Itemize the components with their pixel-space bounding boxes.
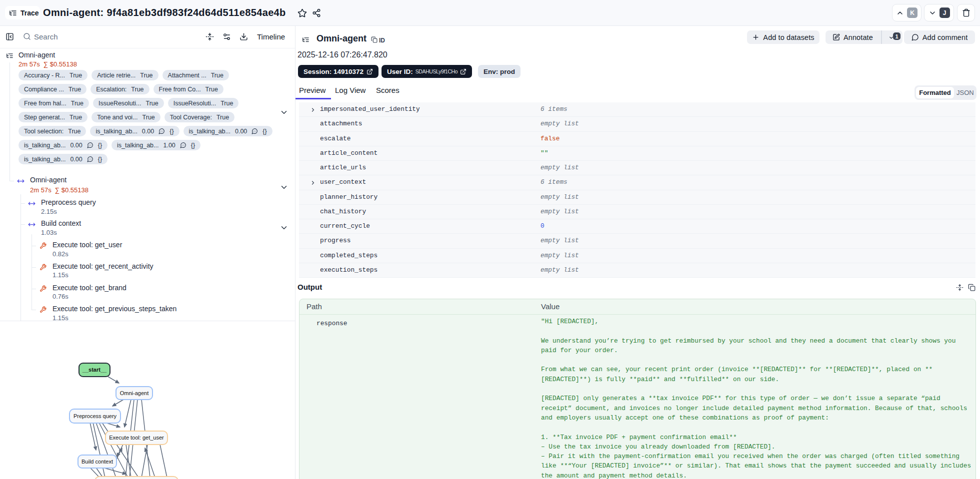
svg-text:Build context: Build context (82, 459, 113, 465)
svg-text:Omni-agent: Omni-agent (120, 390, 148, 396)
svg-text:Preprocess query: Preprocess query (74, 413, 117, 419)
svg-text:__start__: __start__ (82, 367, 107, 373)
svg-text:Execute tool: get_user: Execute tool: get_user (109, 435, 164, 441)
